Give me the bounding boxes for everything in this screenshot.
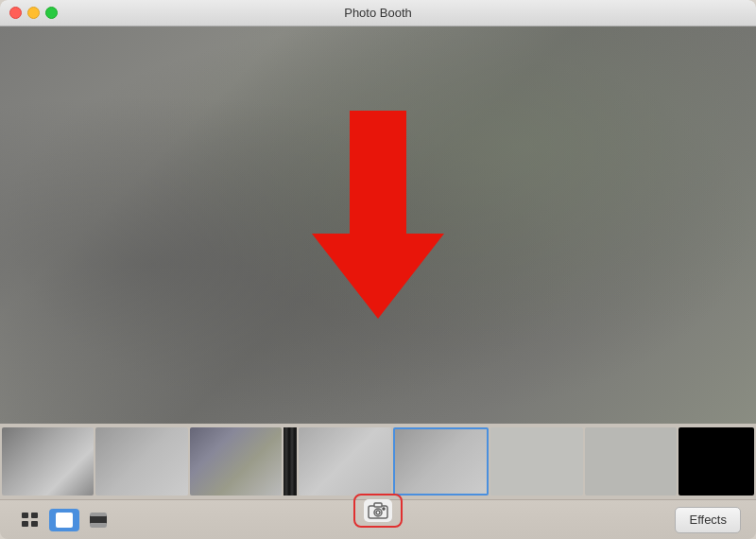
bottom-bar: Effects bbox=[0, 499, 756, 539]
minimize-button[interactable] bbox=[27, 7, 40, 19]
svg-rect-3 bbox=[31, 521, 38, 527]
svg-rect-4 bbox=[56, 513, 73, 528]
title-bar: Photo Booth bbox=[0, 0, 756, 26]
viewfinder bbox=[0, 26, 756, 424]
svg-rect-1 bbox=[31, 513, 38, 518]
filmstrip-divider bbox=[284, 427, 297, 496]
single-view-icon bbox=[56, 513, 73, 528]
arrow-shaft bbox=[350, 111, 406, 234]
camera-icon bbox=[368, 502, 388, 519]
maximize-button[interactable] bbox=[45, 7, 58, 19]
thumbnail-item[interactable] bbox=[585, 427, 677, 496]
view-controls bbox=[15, 509, 113, 531]
thumbnail-item[interactable] bbox=[2, 427, 94, 496]
thumbnail-item[interactable] bbox=[299, 427, 390, 496]
arrow-indicator bbox=[312, 111, 444, 319]
close-button[interactable] bbox=[9, 7, 22, 19]
effects-button[interactable]: Effects bbox=[675, 507, 741, 533]
film-icon bbox=[90, 513, 107, 528]
thumbnail-item[interactable] bbox=[95, 427, 187, 496]
svg-rect-0 bbox=[22, 513, 28, 518]
svg-rect-6 bbox=[90, 513, 107, 516]
bottom-bar-inner: Effects bbox=[15, 507, 741, 533]
svg-rect-11 bbox=[374, 503, 382, 507]
window-controls bbox=[9, 7, 58, 19]
thumbnail-item[interactable] bbox=[190, 427, 282, 496]
single-view-button[interactable] bbox=[49, 509, 79, 531]
grid-view-button[interactable] bbox=[15, 509, 45, 531]
thumbnail-item[interactable] bbox=[490, 427, 582, 496]
thumbnail-strip bbox=[0, 424, 756, 499]
shutter-inner bbox=[364, 499, 392, 522]
window-title: Photo Booth bbox=[344, 6, 412, 20]
svg-rect-2 bbox=[22, 521, 28, 527]
grid-icon bbox=[22, 513, 39, 528]
shutter-button[interactable] bbox=[353, 494, 403, 528]
arrow-head bbox=[312, 234, 444, 319]
svg-point-12 bbox=[383, 508, 385, 510]
film-view-button[interactable] bbox=[83, 509, 113, 531]
thumbnail-item-selected[interactable] bbox=[393, 427, 489, 496]
shutter-container bbox=[353, 494, 403, 528]
thumbnail-item[interactable] bbox=[679, 427, 754, 496]
svg-rect-7 bbox=[90, 523, 107, 528]
